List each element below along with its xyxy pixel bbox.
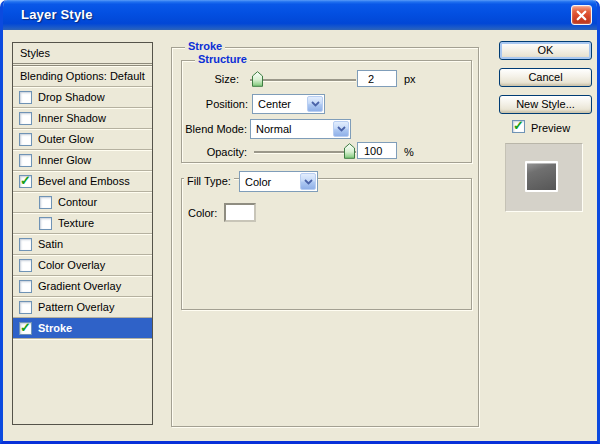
chevron-down-icon bbox=[304, 179, 313, 185]
fill-type-groupbox bbox=[181, 178, 472, 310]
size-label: Size: bbox=[153, 73, 239, 86]
sidebar-item-label: Blending Options: Default bbox=[20, 70, 145, 82]
preview-object bbox=[525, 161, 558, 192]
opacity-slider[interactable] bbox=[252, 142, 358, 159]
gradient-overlay-checkbox[interactable] bbox=[19, 280, 32, 293]
sidebar-item-color-overlay[interactable]: Color Overlay bbox=[13, 255, 152, 276]
structure-group-title: Structure bbox=[195, 53, 250, 66]
sidebar-item-styles[interactable]: Styles bbox=[13, 43, 152, 66]
fill-type-dropdown[interactable]: Color bbox=[239, 171, 318, 192]
chevron-down-icon bbox=[311, 101, 320, 107]
size-slider-track bbox=[250, 79, 356, 81]
drop-shadow-checkbox[interactable] bbox=[19, 91, 32, 104]
sidebar-item-drop-shadow[interactable]: Drop Shadow bbox=[13, 87, 152, 108]
sidebar-item-pattern-overlay[interactable]: Pattern Overlay bbox=[13, 297, 152, 318]
fill-type-label: Fill Type: bbox=[184, 175, 234, 188]
sidebar-item-label: Stroke bbox=[38, 322, 72, 334]
preview-label: Preview bbox=[531, 122, 570, 134]
stroke-color-swatch[interactable] bbox=[224, 203, 256, 222]
sidebar-item-label: Contour bbox=[58, 196, 97, 208]
size-input[interactable] bbox=[357, 70, 397, 87]
outer-glow-checkbox[interactable] bbox=[19, 133, 32, 146]
size-slider[interactable] bbox=[248, 70, 358, 87]
opacity-unit-label: % bbox=[404, 146, 414, 159]
color-label: Color: bbox=[188, 207, 217, 220]
fill-type-dropdown-button[interactable] bbox=[300, 173, 316, 190]
position-dropdown-button[interactable] bbox=[307, 96, 323, 112]
check-icon: ✓ bbox=[513, 118, 524, 133]
sidebar-item-label: Pattern Overlay bbox=[38, 301, 114, 313]
position-label: Position: bbox=[153, 98, 248, 111]
title-bar[interactable]: Layer Style bbox=[0, 0, 600, 30]
cancel-button[interactable]: Cancel bbox=[499, 68, 592, 87]
opacity-slider-thumb[interactable] bbox=[344, 143, 355, 159]
sidebar-item-label: Outer Glow bbox=[38, 133, 94, 145]
sidebar-item-label: Texture bbox=[58, 217, 94, 229]
chevron-down-icon bbox=[337, 126, 346, 132]
sidebar-item-bevel-and-emboss[interactable]: ✓Bevel and Emboss bbox=[13, 171, 152, 192]
sidebar-item-satin[interactable]: Satin bbox=[13, 234, 152, 255]
sidebar-item-label: Inner Shadow bbox=[38, 112, 106, 124]
style-preview-thumbnail bbox=[505, 143, 583, 212]
blend-mode-value: Normal bbox=[256, 123, 291, 136]
dialog-content: StylesBlending Options: DefaultDrop Shad… bbox=[3, 30, 597, 441]
layer-style-dialog: Layer Style StylesBlending Options: Defa… bbox=[0, 0, 600, 444]
sidebar-item-label: Satin bbox=[38, 238, 63, 250]
color-overlay-checkbox[interactable] bbox=[19, 259, 32, 272]
size-slider-thumb[interactable] bbox=[252, 71, 263, 87]
sidebar-item-label: Styles bbox=[20, 47, 50, 59]
sidebar-item-inner-shadow[interactable]: Inner Shadow bbox=[13, 108, 152, 129]
sidebar-item-outer-glow[interactable]: Outer Glow bbox=[13, 129, 152, 150]
pattern-overlay-checkbox[interactable] bbox=[19, 301, 32, 314]
check-icon: ✓ bbox=[20, 173, 31, 188]
sidebar-item-label: Gradient Overlay bbox=[38, 280, 121, 292]
opacity-slider-track bbox=[254, 151, 356, 153]
sidebar-item-inner-glow[interactable]: Inner Glow bbox=[13, 150, 152, 171]
texture-checkbox[interactable] bbox=[39, 217, 52, 230]
sidebar-item-label: Bevel and Emboss bbox=[38, 175, 130, 187]
bevel-and-emboss-checkbox[interactable]: ✓ bbox=[19, 175, 32, 188]
styles-list: StylesBlending Options: DefaultDrop Shad… bbox=[12, 42, 153, 425]
contour-checkbox[interactable] bbox=[39, 196, 52, 209]
sidebar-item-label: Inner Glow bbox=[38, 154, 91, 166]
sidebar-item-stroke[interactable]: ✓Stroke bbox=[13, 318, 152, 339]
sidebar-item-contour[interactable]: Contour bbox=[13, 192, 152, 213]
position-value: Center bbox=[258, 98, 291, 111]
sidebar-item-texture[interactable]: Texture bbox=[13, 213, 152, 234]
size-unit-label: px bbox=[404, 73, 416, 86]
close-icon bbox=[576, 10, 587, 21]
position-dropdown[interactable]: Center bbox=[252, 94, 325, 114]
sidebar-item-label: Drop Shadow bbox=[38, 91, 105, 103]
blend-mode-dropdown[interactable]: Normal bbox=[250, 119, 351, 139]
check-icon: ✓ bbox=[20, 320, 31, 335]
fill-type-value: Color bbox=[245, 176, 271, 189]
window-title: Layer Style bbox=[21, 7, 93, 22]
new-style-button[interactable]: New Style... bbox=[499, 95, 592, 114]
inner-shadow-checkbox[interactable] bbox=[19, 112, 32, 125]
opacity-input[interactable] bbox=[357, 142, 397, 159]
satin-checkbox[interactable] bbox=[19, 238, 32, 251]
preview-checkbox[interactable]: ✓ bbox=[512, 120, 525, 133]
blend-mode-label: Blend Mode: bbox=[143, 123, 247, 136]
opacity-label: Opacity: bbox=[143, 146, 247, 159]
sidebar-item-label: Color Overlay bbox=[38, 259, 105, 271]
sidebar-item-blending-options-default[interactable]: Blending Options: Default bbox=[13, 66, 152, 87]
ok-button[interactable]: OK bbox=[499, 41, 592, 60]
inner-glow-checkbox[interactable] bbox=[19, 154, 32, 167]
close-button[interactable] bbox=[571, 5, 592, 25]
stroke-group-title: Stroke bbox=[185, 40, 225, 53]
stroke-checkbox[interactable]: ✓ bbox=[19, 322, 32, 335]
blend-mode-dropdown-button[interactable] bbox=[333, 121, 349, 137]
sidebar-item-gradient-overlay[interactable]: Gradient Overlay bbox=[13, 276, 152, 297]
